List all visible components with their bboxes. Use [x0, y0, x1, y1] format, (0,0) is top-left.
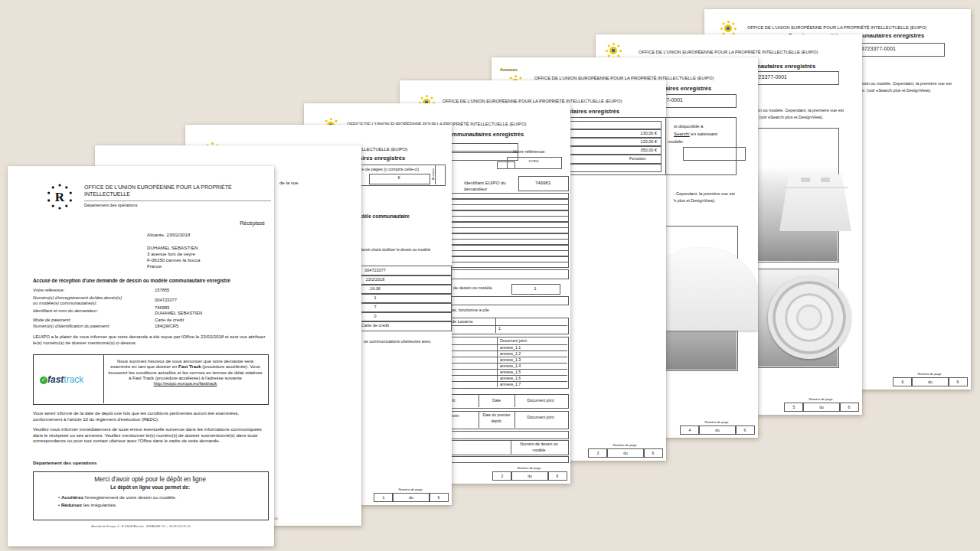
bullet-2-bold: Réduisez: [61, 502, 82, 507]
communications-fragment: os communications ultérieures avec: [364, 339, 430, 344]
org-name-line2: INTELLECTUELLE: [84, 191, 130, 197]
letter-footer: Avenida de Europa, 4 - E-03008 Alicante …: [26, 525, 256, 529]
page-number-total: 6: [547, 471, 567, 481]
attachment-item: annexe_1.6: [500, 376, 521, 380]
note-fragment-2: e. (voir eSearch plus et DesignView).: [862, 88, 931, 93]
annex-office-line: OFFICE DE L'UNION EUROPÉENNE POUR LA PRO…: [639, 50, 818, 55]
page-number-label: Numéro de page: [680, 420, 753, 424]
field-label-registration-2: ou modèle(s) communautaire(s):: [33, 301, 97, 306]
note-fragment-1: ssin ou modèle. Cependant, la première v…: [862, 81, 952, 86]
your-reference-value: 157855: [507, 160, 560, 164]
page-number-total: 6: [735, 425, 755, 435]
paragraph-deposit-date: Vous serez informé de la date de dépôt u…: [33, 411, 269, 422]
locarno-label-fragment: de Locarno: [452, 319, 473, 324]
page-number-label: Numéro de page: [784, 397, 858, 401]
page-number-sep: du: [911, 377, 949, 386]
esearch-fragment-2b: en saisissant: [690, 132, 717, 136]
annexes-label: Annexes: [500, 67, 518, 73]
declaration-fragment: davoir choisi dutiliser le dessin ou mod…: [360, 247, 430, 252]
field-value-registration: 004723377: [155, 298, 177, 303]
page-number-total: 6: [429, 493, 449, 502]
svg-text:R: R: [55, 190, 65, 204]
page-number-current: 4: [680, 425, 700, 435]
page-number-total: 6: [948, 377, 968, 386]
letter2-fragment: de la vue.: [279, 181, 299, 186]
note-fragment-1: . Cependant, la première vue est: [674, 191, 735, 197]
attachment-item: annexe_1.2: [500, 351, 521, 356]
field-label-payment-id: Numéro(s) d'identification du paiement:: [33, 324, 110, 329]
esearch-link[interactable]: Search/: [674, 132, 690, 136]
bullet-1-bold: Accélérez: [61, 494, 83, 500]
recipient-street: 3 avenue font de veyre: [147, 251, 195, 256]
esearch-fragment-1: st disponible à: [674, 124, 703, 129]
design-count-value: 1: [511, 286, 559, 292]
field-label-reference: Votre référence:: [33, 288, 64, 293]
receipt-letter-page: R OFFICE DE L'UNION EUROPÉENNE POUR LA P…: [8, 166, 274, 546]
field-value-payment-mode: Carte de crédit: [155, 318, 184, 323]
page-number-label: Numéro de page: [588, 443, 662, 447]
org-name-line1: OFFICE DE L'UNION EUROPÉENNE POUR LA PRO…: [84, 184, 232, 191]
page-number-label: Numéro de page: [374, 487, 447, 491]
design-number-cell-line1: Numéro de dessin ou: [511, 442, 567, 446]
esearch-fragment-3: modèle:: [668, 139, 684, 145]
department-signature: Département des opérations: [33, 460, 97, 465]
pages-count-value: 6: [369, 175, 429, 181]
euipo-stars-logo-icon: R: [44, 181, 75, 212]
paragraph-errors: Veuillez nous informer immédiatement de …: [33, 427, 269, 445]
annex-office-line: OFFICE DE L'UNION EUROPÉENNE POUR LA PRO…: [747, 25, 926, 31]
euipo-id-value: 746983: [518, 181, 567, 186]
field-value-applicant-name: DUHAMEL SEBASTIEN: [155, 311, 202, 316]
priority-a-col2: Date: [479, 398, 514, 403]
attachment-item: annexe_1.7: [500, 382, 521, 386]
page-number-current: 5: [784, 403, 804, 412]
fasttrack-link[interactable]: http://euipo.europa.eu/fasttrack: [154, 381, 217, 386]
bullet-1-rest: l'enregistrement de votre dessin ou modè…: [83, 494, 177, 500]
your-reference-label: Votre référence:: [513, 149, 546, 155]
online-filing-title: Merci d'avoir opté pour le dépôt en lign…: [41, 476, 260, 484]
online-filing-bullet-1: • Accélérez l'enregistrement de votre de…: [58, 494, 176, 500]
product-cone-image: [779, 174, 852, 231]
online-filing-bullet-2: • Réduisez les irrégularités.: [58, 502, 116, 507]
attachment-item: annexe_1.5: [500, 370, 521, 374]
fasttrack-logo-track: track: [64, 374, 83, 385]
field-label-payment-mode: Mode de paiement:: [33, 318, 71, 323]
note-fragment-2: h plus et DesignView).: [674, 198, 716, 204]
page-number-label: Numéro de page: [492, 466, 566, 470]
recipient-name: DUHAMEL SEBASTIEN: [147, 245, 198, 250]
page-number-current: 2: [492, 471, 512, 481]
desk-background: OFFICE DE L'UNION EUROPÉENNE POUR LA PRO…: [0, 0, 980, 551]
note-fragment-2: . (voir eSearch plus et DesignView).: [756, 115, 823, 120]
field-label-registration-1: Numéro(s) d'enregistrement du/des dessin…: [33, 295, 122, 301]
side-tab-label: Annexes: [432, 168, 436, 180]
attachments-header: Document joint:: [500, 338, 528, 343]
priority-b-col2-line2: dépôt:: [479, 419, 514, 423]
recipient-city: F-06150 cannes la bocca: [147, 257, 200, 262]
priority-b-col3: Document joint:: [514, 415, 567, 419]
page-number-label: Numéro de page: [893, 372, 966, 376]
field-value-applicant-id: 746983: [155, 305, 169, 311]
bullet-2-rest: les irrégularités.: [82, 502, 116, 507]
fonction-label: Fonction:: [629, 156, 647, 161]
attachment-item: annexe_1.4: [500, 364, 521, 368]
page-number-sep: du: [802, 403, 841, 412]
euipo-id-label-1: Identifiant EUIPO du: [464, 181, 506, 186]
field-label-applicant: Identifiant et nom du demandeur:: [33, 308, 98, 314]
attachment-item: annexe_1.3: [500, 357, 521, 362]
page-number-sep: du: [511, 471, 549, 481]
esearch-fragment-2: Search/ en saisissant: [674, 132, 717, 137]
euipo-sun-icon: [605, 42, 622, 59]
attachment-item: annexe_1.1: [500, 345, 521, 350]
page-number-current: 1: [374, 493, 394, 502]
fasttrack-logo: ✓fasttrack: [40, 374, 83, 385]
page-number-sep: du: [698, 425, 737, 435]
check-icon: ✓: [40, 377, 47, 384]
design-number-cell-line2: modèle: [511, 448, 567, 452]
online-filing-subtitle: Le dépôt en ligne vous permet de:: [41, 484, 260, 491]
department-line: Département des opérations: [84, 203, 137, 208]
product-indication-fragment: as, fonctionne a pile: [452, 308, 489, 313]
field-value-reference: 157855: [155, 288, 169, 293]
page-number-current: 6: [893, 377, 913, 386]
esearch-number-field: [683, 147, 746, 161]
recipient-country: France: [147, 263, 162, 269]
note-fragment-1: sin ou modèle. Cependant, la première vu…: [756, 108, 844, 113]
